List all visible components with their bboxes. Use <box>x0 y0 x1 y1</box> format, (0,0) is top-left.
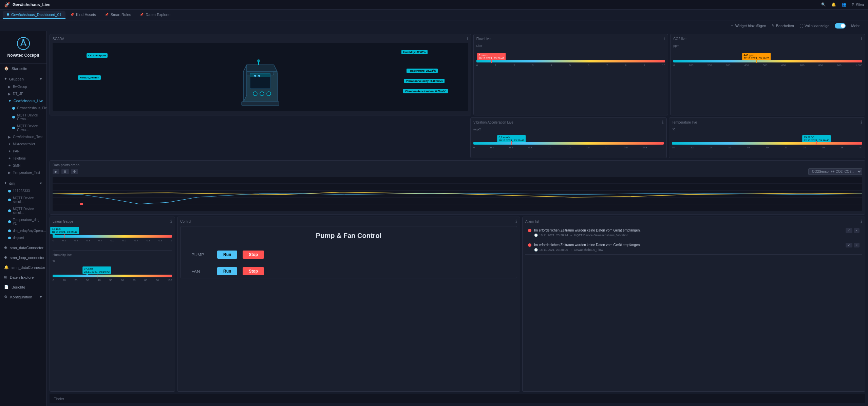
sidebar-child-gewachshaus-live[interactable]: ▼ Gewächshaus_Live <box>0 97 46 105</box>
sidebar-item-startseite[interactable]: 🏠 Startseite <box>0 63 46 73</box>
tab-kind-assets[interactable]: 📌 Kind-Assets <box>66 11 100 19</box>
top-bar-actions: 🔍 🔔 👥 P. Silva <box>821 2 864 7</box>
humidity-live-title: Humidity live <box>53 253 172 257</box>
vibration-scale-ticks: 00.10.20.30.40.50.60.70.80.91 <box>473 146 664 149</box>
svg-point-15 <box>254 75 256 77</box>
co2-info-icon[interactable]: ℹ <box>861 36 862 41</box>
sidebar-item-alarme[interactable]: 🔔 smn_dataConnector <box>0 262 46 272</box>
humidity-info-icon[interactable]: ℹ <box>170 219 172 224</box>
fan-run-btn[interactable]: Run <box>217 267 237 275</box>
scada-flow-label[interactable]: Flow: 0,00l/min <box>78 75 101 79</box>
sidebar-child-mikrocontroller[interactable]: ✦ Mikrocontroller <box>0 141 46 148</box>
sidebar-child-mqtt2[interactable]: MQTT Device Gewa... <box>0 123 46 133</box>
temperature-value-text: 25,22 °C <box>804 136 814 139</box>
sidebar-temp-dmj-label: Temperature_dmj #1 <box>13 218 42 225</box>
sidebar-item-daten-explorer[interactable]: ⊞ Daten-Explorer <box>0 272 46 282</box>
bell-icon[interactable]: 🔔 <box>831 2 836 7</box>
bearbeiten-btn[interactable]: ✎ Bearbeiten <box>772 23 794 28</box>
alarm-time-2: 18.11.2021, 23:38:05 <box>539 248 568 252</box>
sidebar-item-smn-data[interactable]: ⊕ smn_dataConnector <box>0 243 46 253</box>
flow-gauge-bar <box>476 60 665 62</box>
graph-toolbar: ▶ ⏸ ⚙ CO2Sensor ++ CO2, CO2... <box>53 168 862 175</box>
sidebar-alarme-label: smn_dataConnector <box>12 265 45 270</box>
sidebar-child-smn[interactable]: ✦ SMN <box>0 162 46 169</box>
sidebar-child-temperature-test[interactable]: ▶ Temperature_Test <box>0 169 46 176</box>
alarm-check-btn-1[interactable]: ✓ <box>846 228 852 233</box>
sidebar-child-bwgroup[interactable]: ▶ BwGroup <box>0 83 46 90</box>
scada-humidity-label[interactable]: Humidity: 37,83% <box>401 50 427 54</box>
arrow-icon-2: → <box>569 248 572 252</box>
play-btn[interactable]: ▶ <box>53 169 59 174</box>
temperature-gauge-marker <box>816 141 817 145</box>
pause-btn[interactable]: ⏸ <box>61 169 69 174</box>
graph-series-select[interactable]: CO2Sensor ++ CO2, CO2... <box>808 168 862 175</box>
vollbildanzeige-btn[interactable]: ⛶ Vollbildanzeige <box>799 24 829 28</box>
tab-smart-rules[interactable]: 📌 Smart Rules <box>101 11 135 19</box>
svg-point-16 <box>258 75 260 77</box>
mehr-btn[interactable]: Mehr... <box>851 24 863 28</box>
alarm-close-btn-2[interactable]: × <box>854 243 860 247</box>
toolbar: ＋ Widget hinzufügen ✎ Bearbeiten ⛶ Vollb… <box>0 20 868 31</box>
sidebar-child-relay[interactable]: dmj_relayAnyOpera... <box>0 227 46 234</box>
scada-vibvel-label[interactable]: Vibration Velocity: 0,10mm/s <box>404 78 444 82</box>
flow-gauge-marker <box>491 59 492 63</box>
fullscreen-toggle[interactable] <box>835 23 846 29</box>
search-icon[interactable]: 🔍 <box>821 2 826 7</box>
widgets-row-1: SCADA ℹ <box>50 34 865 115</box>
sidebar-child-mqtt-simul2[interactable]: MQTT Device simul... <box>0 205 46 216</box>
control-info-icon[interactable]: ℹ <box>515 219 517 224</box>
svg-marker-5 <box>243 65 277 72</box>
vibration-info-icon[interactable]: ℹ <box>662 120 664 125</box>
sidebar-child-gewachshaus-test[interactable]: ▶ Gewächshaus_Test <box>0 133 46 141</box>
sidebar-child-dtje[interactable]: ▶ DT_JE <box>0 90 46 97</box>
tab-dashboard[interactable]: Gewächshaus_Dashboard_01 <box>3 11 65 19</box>
temp-info-icon[interactable]: ℹ <box>861 120 862 125</box>
fullscreen-icon: ⛶ <box>799 24 803 28</box>
widget-hinzufugen-btn[interactable]: ＋ Widget hinzufügen <box>730 23 766 28</box>
sidebar-item-konfiguration[interactable]: ⚙ Konfiguration ▼ <box>0 292 46 302</box>
vibration-gauge-chart: mgs2 0,2 mm/s 18.11.2021, 23:29:42 <box>473 126 664 150</box>
flow-info-icon[interactable]: ℹ <box>663 36 665 41</box>
sidebar-item-dmj[interactable]: ✦ dmj ▼ <box>0 179 46 187</box>
scada-temp-label[interactable]: Temperature: 25,22°C <box>407 68 438 72</box>
sidebar-item-berichte[interactable]: 📄 Berichte <box>0 282 46 292</box>
plus-icon: ＋ <box>730 23 734 28</box>
chevron-tel-icon: ✦ <box>8 156 11 160</box>
sidebar-child-pan[interactable]: ✦ PAN <box>0 148 46 155</box>
alarm-check-btn-2[interactable]: ✓ <box>846 243 852 247</box>
fan-stop-btn[interactable]: Stop <box>243 267 264 275</box>
sidebar-child-mqtt1[interactable]: MQTT Device Gewa... <box>0 112 46 123</box>
users-icon[interactable]: 👥 <box>842 2 846 7</box>
sidebar-child-telefone[interactable]: ✦ Telefone <box>0 155 46 162</box>
tab-daten-explorer[interactable]: 📌 Daten-Explorer <box>136 11 175 19</box>
sidebar-item-gruppen[interactable]: ✦ Gruppen ▼ <box>0 75 46 83</box>
pump-stop-btn[interactable]: Stop <box>243 251 264 259</box>
scada-co2-label[interactable]: CO2: 443ppm <box>87 53 108 57</box>
sidebar-item-smn-loop[interactable]: ⊕ smn_loop_connector <box>0 253 46 262</box>
scada-visualization: CO2: 443ppm Flow: 0,00l/min Humidity: 37… <box>53 43 468 111</box>
sidebar-child-flow[interactable]: Gewaechshaus_Flow <box>0 105 46 112</box>
alarm-actions-2: ✓ × <box>846 243 860 247</box>
scada-info-icon[interactable]: ℹ <box>467 36 468 41</box>
sidebar-child-mqtt-simul1[interactable]: MQTT Device simul... <box>0 195 46 205</box>
scada-vibacc-label[interactable]: Vibration Acceleration: 0,20m/s² <box>403 89 448 93</box>
alarm-text-2: Im erforderlichen Zeitraum wurden keine … <box>534 243 843 247</box>
config-icon: ⚙ <box>4 295 7 299</box>
alarm-content-1: Im erforderlichen Zeitraum wurden keine … <box>534 228 843 237</box>
pump-label: PUMP <box>191 252 212 257</box>
svg-point-1 <box>22 39 24 41</box>
sidebar-child-111222333[interactable]: 111222333 <box>0 187 46 195</box>
alarm-info-icon[interactable]: ℹ <box>861 219 862 224</box>
sidebar-child-dmjcert[interactable]: dmjcert <box>0 234 46 241</box>
sidebar-child-temperature-dmj[interactable]: Temperature_dmj #1 <box>0 216 46 227</box>
finder-bar: Finder <box>50 394 865 403</box>
settings-btn[interactable]: ⚙ <box>71 169 78 174</box>
pump-run-btn[interactable]: Run <box>217 251 237 259</box>
data-points-graph-section: Data points graph ▶ ⏸ ⚙ CO2Sensor ++ CO2… <box>50 160 865 215</box>
bottom-row: Linear Gauge ℹ 0,1 m/s 18.11.2021, 23:29… <box>50 217 865 392</box>
chevron-down-2-icon: ▼ <box>8 99 12 103</box>
pump-control-row: PUMP Run Stop <box>181 248 517 261</box>
dot-dmjcert <box>8 237 11 239</box>
alarm-close-btn-1[interactable]: × <box>854 228 860 233</box>
chevron-pan-icon: ✦ <box>8 149 11 153</box>
